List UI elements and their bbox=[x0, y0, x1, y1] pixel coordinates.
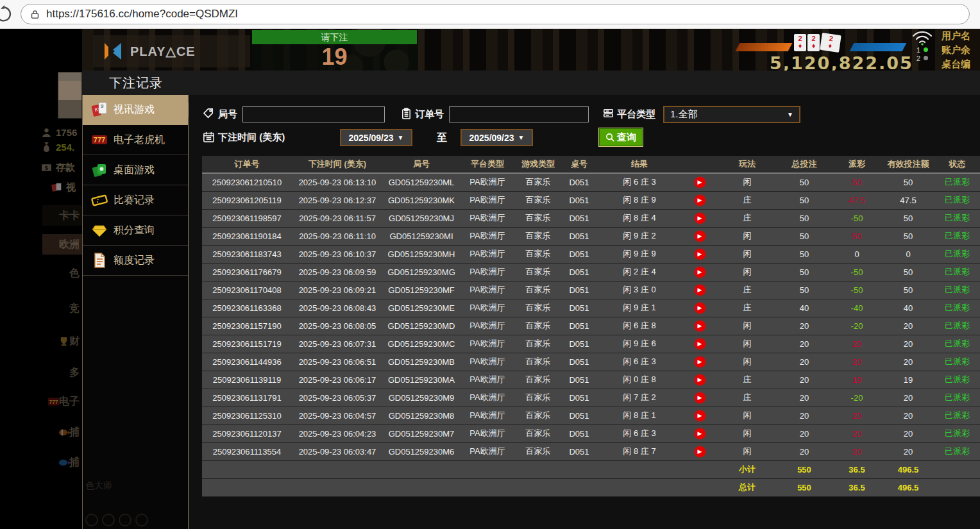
line-1[interactable]: 1 bbox=[908, 46, 936, 54]
cell-replay: ▶ bbox=[682, 407, 718, 424]
reload-icon[interactable] bbox=[0, 5, 14, 23]
cell-replay: ▶ bbox=[682, 371, 718, 389]
sum-cell-payout: 36.5 bbox=[832, 478, 882, 496]
cell-round: GD051259230MF bbox=[383, 281, 460, 299]
replay-icon[interactable]: ▶ bbox=[695, 195, 705, 206]
cell-round: GD051259230MG bbox=[383, 263, 460, 281]
cell-time: 2025-09-23 06:11:57 bbox=[292, 209, 383, 227]
cell-order: 250923061125310 bbox=[202, 407, 292, 424]
query-button[interactable]: 查询 bbox=[599, 128, 643, 146]
cell-time: 2025-09-23 06:06:17 bbox=[292, 371, 383, 389]
order-input[interactable] bbox=[449, 106, 589, 122]
date-to-picker[interactable]: 2025/09/23 ▼ bbox=[460, 129, 533, 146]
platform-selected-value: 1.全部 bbox=[670, 108, 698, 121]
menu-fragment-6[interactable]: 777 电子 bbox=[42, 391, 82, 412]
replay-icon[interactable]: ▶ bbox=[695, 446, 705, 457]
menu-fragment-5[interactable]: 多 bbox=[42, 362, 82, 383]
address-bar[interactable]: https://175616.cc/home?code=QSDMZI bbox=[21, 4, 970, 24]
grand-total-row: 总计55036.5496.5 bbox=[202, 478, 980, 496]
table-header-row: 订单号下注时间 (美东)局号平台类型游戏类型桌号结果玩法总投注派彩有效投注额状态 bbox=[202, 156, 980, 173]
deposit-button-fragment[interactable]: $ 存款 bbox=[41, 162, 75, 174]
cell-replay: ▶ bbox=[682, 442, 718, 460]
menu-fragment-7[interactable]: 捕 bbox=[42, 421, 82, 443]
menu-item-points-query[interactable]: 积分查询 bbox=[83, 215, 188, 246]
user-id-fragment: 1756 bbox=[41, 127, 77, 138]
sum-cell-replay bbox=[682, 460, 718, 478]
menu-item-quota-records[interactable]: 额度记录 bbox=[83, 246, 188, 276]
cell-valid: 50 bbox=[882, 209, 934, 227]
cell-play: 闲 bbox=[718, 424, 777, 442]
video-menu-fragment[interactable]: 视 bbox=[51, 181, 76, 194]
replay-icon[interactable]: ▶ bbox=[695, 177, 705, 188]
replay-icon[interactable]: ▶ bbox=[695, 374, 705, 385]
replay-icon[interactable]: ▶ bbox=[695, 267, 705, 278]
cell-total: 20 bbox=[777, 371, 832, 389]
replay-icon[interactable]: ▶ bbox=[695, 339, 705, 349]
cell-play: 庄 bbox=[718, 389, 777, 407]
menu-item-slots[interactable]: 777 电子老虎机 bbox=[83, 125, 188, 155]
cell-result: 闲 6 庄 3 bbox=[597, 424, 682, 442]
cell-valid: 40 bbox=[882, 299, 934, 317]
menu-item-match-records[interactable]: 比赛记录 bbox=[83, 185, 188, 215]
menu-fragment-1[interactable]: 欧洲 bbox=[42, 234, 82, 255]
cell-time: 2025-09-23 06:05:37 bbox=[292, 389, 383, 407]
platform-select[interactable]: 1.全部 ▼ bbox=[663, 106, 800, 123]
cell-platform: PA欧洲厅 bbox=[460, 263, 515, 281]
replay-icon[interactable]: ▶ bbox=[695, 357, 705, 367]
sum-cell-table_no bbox=[561, 478, 597, 496]
menu-item-table-games[interactable]: 桌面游戏 bbox=[83, 155, 188, 185]
cell-valid: 20 bbox=[882, 353, 934, 371]
line-2[interactable]: 2 bbox=[908, 54, 936, 62]
replay-icon[interactable]: ▶ bbox=[695, 428, 705, 439]
cell-play: 闲 bbox=[718, 245, 777, 263]
menu-fragment-0[interactable]: 卡卡 bbox=[42, 205, 82, 226]
cell-replay: ▶ bbox=[682, 317, 718, 335]
cell-round: GD051259230ML bbox=[383, 173, 460, 191]
cell-play: 庄 bbox=[718, 299, 777, 317]
cell-table_no: D051 bbox=[561, 442, 597, 460]
cell-game: 百家乐 bbox=[515, 442, 561, 460]
replay-icon[interactable]: ▶ bbox=[695, 410, 705, 421]
replay-icon[interactable]: ▶ bbox=[695, 321, 705, 332]
cell-total: 20 bbox=[777, 442, 832, 460]
menu-item-video-games[interactable]: K♥ 9 视讯游戏 bbox=[83, 95, 188, 125]
replay-icon[interactable]: ▶ bbox=[695, 231, 705, 242]
menu-fragment-4[interactable]: 财 bbox=[42, 330, 82, 352]
cell-status: 已派彩 bbox=[934, 263, 980, 281]
sum-cell-play: 总计 bbox=[718, 478, 777, 496]
user-icon bbox=[41, 127, 52, 138]
cell-total: 20 bbox=[777, 424, 832, 442]
replay-icon[interactable]: ▶ bbox=[695, 303, 705, 314]
cell-round: GD051259230MJ bbox=[383, 209, 460, 227]
cell-status: 已派彩 bbox=[934, 442, 980, 460]
order-filter-label: 订单号 bbox=[415, 108, 444, 121]
cell-time: 2025-09-23 06:06:51 bbox=[292, 353, 383, 371]
cell-order: 250923061163368 bbox=[202, 299, 292, 317]
cell-table_no: D051 bbox=[561, 227, 597, 245]
bet-time-filter-label: 下注时间 (美东) bbox=[218, 131, 285, 144]
cell-play: 闲 bbox=[718, 173, 777, 191]
replay-icon[interactable]: ▶ bbox=[695, 249, 705, 260]
cell-total: 50 bbox=[777, 191, 832, 209]
sum-cell-round bbox=[383, 478, 460, 496]
replay-icon[interactable]: ▶ bbox=[695, 213, 705, 224]
replay-icon[interactable]: ▶ bbox=[695, 285, 705, 296]
cell-payout: 50 bbox=[832, 173, 882, 191]
balance-fragment: 254. bbox=[41, 142, 74, 153]
cell-result: 闲 6 庄 3 bbox=[597, 353, 682, 371]
cell-total: 50 bbox=[777, 173, 832, 191]
sum-cell-time bbox=[292, 460, 383, 478]
menu-fragment-2[interactable]: 色 bbox=[42, 263, 82, 283]
menu-fragment-8[interactable]: 捕 bbox=[42, 451, 82, 474]
cell-play: 闲 bbox=[718, 407, 777, 424]
round-input[interactable] bbox=[242, 106, 385, 122]
replay-icon[interactable]: ▶ bbox=[695, 392, 705, 403]
table-row: 2509230612051192025-09-23 06:12:37GD0512… bbox=[202, 191, 980, 209]
cell-result: 闲 3 庄 0 bbox=[597, 281, 682, 299]
url-text[interactable]: https://175616.cc/home?code=QSDMZI bbox=[46, 8, 238, 21]
menu-fragment-3[interactable]: 竞 bbox=[42, 298, 82, 319]
date-from-value: 2025/09/23 bbox=[349, 133, 394, 143]
date-from-picker[interactable]: 2025/09/23 ▼ bbox=[340, 129, 412, 146]
cell-total: 20 bbox=[777, 335, 832, 353]
slot-777-icon: 777 bbox=[91, 131, 108, 148]
